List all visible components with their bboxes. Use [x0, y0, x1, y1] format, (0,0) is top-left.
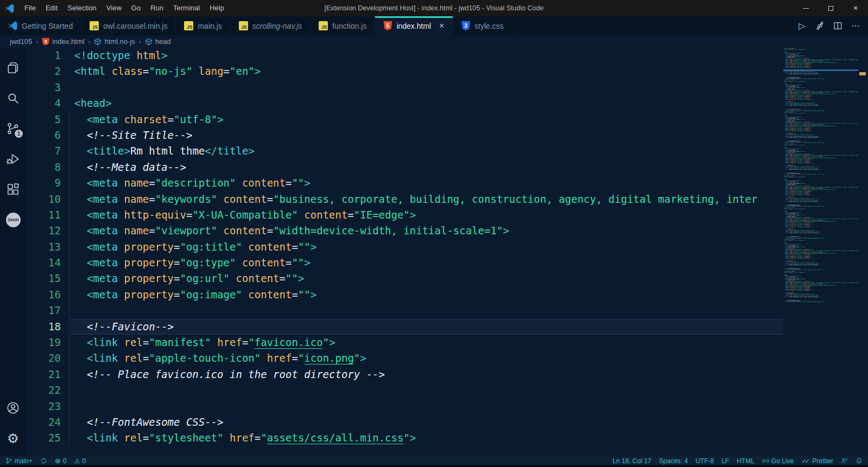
code-line[interactable]: <link rel="manifest" href="favicon.ico"> [71, 335, 783, 350]
breadcrumb-item-jwd105[interactable]: jwd105 [10, 37, 32, 46]
line-number[interactable]: 2 [26, 63, 71, 79]
code-line[interactable]: <link rel="stylesheet" href="assets/css/… [71, 430, 783, 446]
status-0[interactable]: ⊗0 [55, 457, 67, 465]
menu-item-go[interactable]: Go [126, 0, 145, 16]
restore-button[interactable] [818, 0, 843, 16]
open-changes-button[interactable] [815, 21, 825, 30]
tab-index-html[interactable]: 5index.html✕ [375, 16, 453, 35]
status-utf-8[interactable]: UTF-8 [695, 457, 714, 465]
line-number[interactable]: 10 [26, 191, 71, 207]
status-lf[interactable]: LF [721, 457, 729, 465]
tab-getting-started[interactable]: Getting Started [0, 16, 81, 35]
line-number[interactable]: 20 [26, 350, 71, 366]
line-number[interactable]: 17 [26, 303, 71, 318]
code-line[interactable]: <!doctype html> [71, 48, 783, 63]
code-line[interactable]: <title>Rm html thme</title> [71, 143, 783, 159]
code-line[interactable]: <meta property="og:image" content=""> [71, 287, 783, 303]
line-number[interactable]: 12 [26, 223, 71, 239]
tab-main-js[interactable]: JSmain.js [176, 16, 230, 35]
code-line[interactable]: <!--Favicon--> [71, 319, 783, 335]
activity-search-icon[interactable] [1, 86, 26, 111]
close-button[interactable]: ✕ [843, 0, 868, 16]
line-number[interactable]: 13 [26, 239, 71, 255]
split-editor-button[interactable] [833, 21, 842, 30]
line-number[interactable]: 21 [26, 367, 71, 382]
line-number[interactable]: 9 [26, 175, 71, 191]
tab-function-js[interactable]: JSfunction.js [311, 16, 375, 35]
breadcrumb-item-head[interactable]: head [145, 37, 171, 46]
tab-style-css[interactable]: 3style.css [453, 16, 512, 35]
line-number[interactable]: 24 [26, 414, 71, 430]
line-number[interactable]: 7 [26, 143, 71, 159]
breadcrumb-item-html-no-js[interactable]: html.no-js [94, 37, 135, 46]
code-line[interactable]: <meta charset="utf-8"> [71, 112, 783, 127]
menu-item-edit[interactable]: Edit [41, 0, 62, 16]
status-0[interactable]: ⚠0 [74, 457, 86, 465]
menu-item-help[interactable]: Help [205, 0, 229, 16]
run-button[interactable]: ▷ [797, 21, 807, 30]
menu-item-selection[interactable]: Selection [62, 0, 101, 16]
menu-item-terminal[interactable]: Terminal [168, 0, 205, 16]
line-number[interactable]: 23 [26, 399, 71, 414]
status-html[interactable]: HTML [737, 457, 755, 465]
line-number[interactable]: 14 [26, 255, 71, 271]
activity-explorer-icon[interactable] [1, 55, 26, 80]
code-line[interactable]: <meta name="keywords" content="business,… [71, 191, 783, 207]
status-main[interactable]: main+ [5, 457, 33, 465]
code-line[interactable]: <meta property="og:url" content=""> [71, 271, 783, 286]
activity-json-extension-icon[interactable]: Json [1, 207, 26, 232]
editor-gutter[interactable]: 1234567891011121314151617181920212223242… [26, 48, 71, 446]
code-line[interactable] [71, 80, 783, 95]
code-line[interactable]: <!-- Place favicon.ico in the root direc… [71, 367, 783, 382]
code-line[interactable] [71, 382, 783, 398]
close-tab-icon[interactable]: ✕ [439, 22, 445, 30]
line-number[interactable]: 6 [26, 127, 71, 143]
line-number[interactable]: 16 [26, 287, 71, 303]
code-line[interactable] [71, 303, 783, 318]
line-number[interactable]: 25 [26, 430, 71, 446]
code-line[interactable]: <!--Site Title--> [71, 127, 783, 143]
code-line[interactable]: <!--FontAwesome CSS--> [71, 414, 783, 430]
status-bell[interactable] [856, 457, 863, 464]
line-number[interactable]: 3 [26, 80, 71, 95]
status-go-live[interactable]: Go Live [762, 457, 794, 465]
line-number[interactable]: 15 [26, 271, 71, 286]
status-sync[interactable] [40, 457, 47, 464]
line-number[interactable]: 18 [26, 319, 71, 335]
activity-source-control-icon[interactable]: 1 [1, 116, 26, 141]
line-number[interactable]: 19 [26, 335, 71, 350]
line-number[interactable]: 8 [26, 159, 71, 175]
minimap[interactable]: <!doctype html><html class="no-js" lang=… [783, 48, 858, 456]
menu-item-run[interactable]: Run [145, 0, 168, 16]
more-actions-button[interactable]: ⋯ [851, 21, 860, 30]
status-prettier[interactable]: ✓✓Prettier [801, 457, 833, 465]
status-ln-18-col-17[interactable]: Ln 18, Col 17 [612, 457, 651, 465]
tab-owl-carousel-min-js[interactable]: JSowl.carousel.min.js [81, 16, 176, 35]
code-line[interactable]: <meta http-equiv="X-UA-Compatible" conte… [71, 207, 783, 223]
status-spaces-4[interactable]: Spaces: 4 [659, 457, 688, 465]
activity-settings-icon[interactable]: ⚙ [1, 426, 26, 451]
line-number[interactable]: 11 [26, 207, 71, 223]
line-number[interactable]: 1 [26, 48, 71, 63]
code-editor[interactable]: 1234567891011121314151617181920212223242… [26, 48, 783, 456]
status-feedback[interactable] [841, 457, 848, 464]
code-line[interactable]: <meta property="og:title" content=""> [71, 239, 783, 255]
code-line[interactable]: <head> [71, 95, 783, 111]
activity-account-icon[interactable] [1, 395, 26, 420]
code-line[interactable]: <!--Meta data--> [71, 159, 783, 175]
line-number[interactable]: 4 [26, 95, 71, 111]
overview-ruler[interactable] [858, 48, 868, 456]
menu-item-file[interactable]: File [20, 0, 41, 16]
code-line[interactable]: <link rel="apple-touch-icon" href="icon.… [71, 350, 783, 366]
line-number[interactable]: 22 [26, 382, 71, 398]
line-number[interactable]: 5 [26, 112, 71, 127]
code-line[interactable]: <meta name="description" content=""> [71, 175, 783, 191]
code-line[interactable]: <html class="no-js" lang="en"> [71, 63, 783, 79]
activity-run-and-debug-icon[interactable] [1, 146, 26, 171]
minimize-button[interactable] [793, 0, 818, 16]
code-line[interactable]: <meta name="viewport" content="width=dev… [71, 223, 783, 239]
menu-item-view[interactable]: View [102, 0, 126, 16]
tab-scrolling-nav-js[interactable]: JSscrolling-nav.js [231, 16, 311, 35]
code-line[interactable]: <meta property="og:type" content=""> [71, 255, 783, 271]
code-line[interactable] [71, 399, 783, 414]
